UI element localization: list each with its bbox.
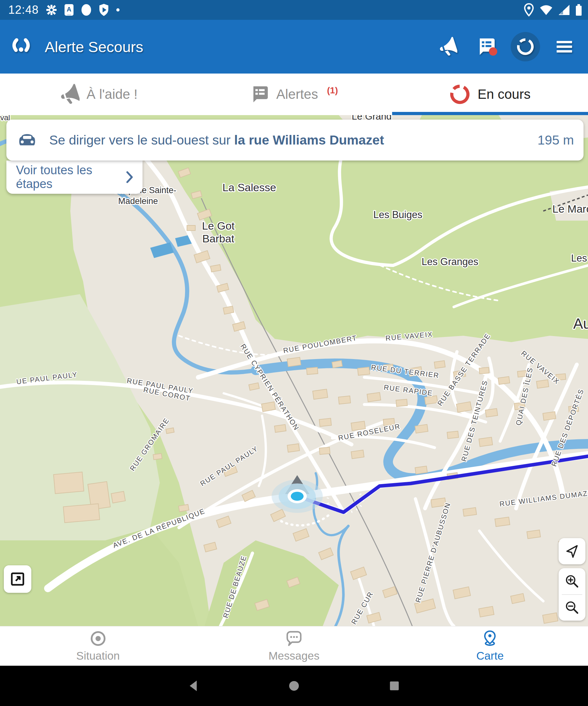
all-steps-label: Voir toutes les étapes bbox=[16, 163, 125, 191]
android-recents-button[interactable] bbox=[387, 679, 402, 693]
svg-text:Les Granges: Les Granges bbox=[421, 256, 478, 267]
tab-bar: À l'aide ! Alertes (1) En cours bbox=[0, 74, 588, 115]
megaphone-icon bbox=[58, 84, 80, 105]
app-title: Alerte Secours bbox=[45, 38, 433, 55]
in-progress-icon bbox=[449, 84, 470, 105]
svg-text:Le Marc: Le Marc bbox=[552, 203, 588, 215]
android-back-button[interactable] bbox=[186, 679, 201, 693]
svg-text:...: ... bbox=[67, 11, 71, 16]
bottom-navigation: Situation Messages Carte bbox=[0, 626, 588, 666]
navigation-instruction-card[interactable]: Se diriger vers le sud-ouest sur la rue … bbox=[6, 120, 584, 160]
nav-messages[interactable]: Messages bbox=[196, 626, 392, 666]
svg-text:Les Buiges: Les Buiges bbox=[373, 209, 422, 220]
distance-remaining: 195 m bbox=[538, 133, 574, 148]
svg-text:Madeleine: Madeleine bbox=[118, 196, 158, 206]
zoom-in-icon bbox=[565, 574, 579, 589]
svg-text:Au: Au bbox=[573, 315, 588, 332]
svg-text:La Salesse: La Salesse bbox=[222, 181, 276, 193]
app-bar: Alerte Secours bbox=[0, 20, 588, 74]
zoom-controls bbox=[558, 568, 585, 621]
tab-alerts-label: Alertes bbox=[277, 87, 318, 102]
open-in-new-icon bbox=[10, 571, 26, 587]
active-tab-indicator bbox=[392, 112, 588, 115]
chevron-right-icon bbox=[125, 171, 134, 184]
app-logo-icon bbox=[10, 36, 33, 57]
megaphone-button[interactable] bbox=[433, 32, 462, 62]
location-status-icon bbox=[523, 3, 534, 16]
tab-in-progress[interactable]: En cours bbox=[392, 74, 588, 115]
expand-map-button[interactable] bbox=[4, 565, 31, 593]
messages-nav-icon bbox=[286, 630, 302, 647]
situation-icon bbox=[90, 630, 107, 647]
compass-button[interactable] bbox=[558, 538, 585, 564]
nav-carte-label: Carte bbox=[476, 650, 504, 662]
tab-alerts-badge: (1) bbox=[327, 85, 338, 95]
map-pin-icon bbox=[481, 630, 498, 647]
signal-icon bbox=[558, 4, 570, 16]
zoom-out-icon bbox=[565, 600, 579, 615]
svg-text:Le Got: Le Got bbox=[202, 220, 235, 232]
tab-alerts[interactable]: Alertes (1) bbox=[196, 74, 392, 115]
svg-text:Les: Les bbox=[571, 252, 587, 264]
all-steps-button[interactable]: Voir toutes les étapes bbox=[6, 160, 142, 194]
unread-badge bbox=[489, 47, 497, 55]
android-navigation-bar bbox=[0, 666, 588, 706]
alerts-icon bbox=[250, 85, 269, 104]
in-progress-button[interactable] bbox=[511, 32, 540, 62]
tab-help-label: À l'aide ! bbox=[87, 87, 138, 102]
messages-button[interactable] bbox=[472, 32, 501, 62]
shield-play-icon bbox=[99, 3, 109, 16]
tab-in-progress-label: En cours bbox=[477, 87, 531, 102]
dot-notification-icon bbox=[116, 8, 120, 12]
status-bar: 12:48 A ... bbox=[0, 0, 588, 20]
keyboard-app-icon: A ... bbox=[64, 4, 74, 16]
instruction-text: Se diriger vers le sud-ouest sur la rue … bbox=[49, 133, 538, 148]
nav-messages-label: Messages bbox=[268, 650, 320, 662]
navigation-arrow-icon bbox=[565, 544, 579, 559]
battery-icon bbox=[575, 3, 582, 16]
car-icon bbox=[15, 132, 39, 148]
nav-carte[interactable]: Carte bbox=[392, 626, 588, 666]
nav-situation-label: Situation bbox=[76, 650, 120, 662]
gear-icon bbox=[46, 4, 57, 16]
svg-text:Barbat: Barbat bbox=[202, 232, 235, 245]
circle-notification-icon bbox=[81, 3, 92, 16]
zoom-out-button[interactable] bbox=[558, 595, 585, 621]
wifi-icon bbox=[539, 4, 553, 16]
nav-situation[interactable]: Situation bbox=[0, 626, 196, 666]
tab-help[interactable]: À l'aide ! bbox=[0, 74, 196, 115]
android-home-button[interactable] bbox=[287, 679, 301, 693]
menu-button[interactable] bbox=[550, 32, 579, 62]
status-clock: 12:48 bbox=[8, 3, 39, 16]
zoom-in-button[interactable] bbox=[558, 568, 585, 594]
